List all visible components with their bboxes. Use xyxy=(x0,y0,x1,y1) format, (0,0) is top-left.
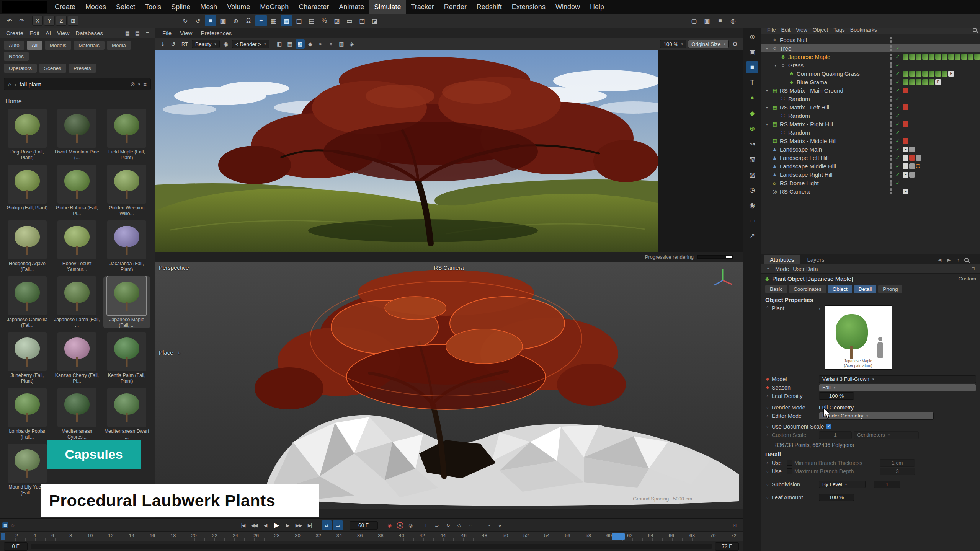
frame-selected-icon[interactable]: ▣ xyxy=(746,46,758,58)
compare-ab-icon[interactable]: ◧ xyxy=(275,39,284,49)
text-tool-icon[interactable]: T xyxy=(746,77,758,89)
enabled-check-icon[interactable]: ✓ xyxy=(894,180,901,186)
render-view-menu-item[interactable]: File xyxy=(159,28,175,38)
asset-thumbnail[interactable] xyxy=(57,220,96,259)
menu-item[interactable]: Modes xyxy=(80,0,111,14)
object-mode-icon[interactable]: ▣ xyxy=(217,15,229,26)
object-row[interactable]: ▾ ○ Tree ✓ xyxy=(761,44,980,52)
record-pla-button[interactable]: ≈ xyxy=(465,520,475,530)
enabled-check-icon[interactable]: ✓ xyxy=(894,155,901,161)
volume-icon[interactable]: ▧ xyxy=(746,153,758,165)
mirror-icon[interactable]: ◫ xyxy=(293,15,305,26)
grid-icon[interactable]: ▦ xyxy=(285,39,294,49)
leaf-amount-field[interactable]: 100 % xyxy=(819,494,854,501)
solo-button[interactable]: ◔ xyxy=(483,520,494,530)
tex-tag[interactable] xyxy=(922,79,928,85)
tex-tag[interactable] xyxy=(916,54,921,60)
attr-burger-icon[interactable]: ≡ xyxy=(765,266,771,272)
object-row[interactable]: ▲ Landscape Right Hill ✓ F xyxy=(761,170,980,179)
modeling-axis-icon[interactable]: ■ xyxy=(746,61,758,73)
asset-thumbnail[interactable] xyxy=(8,109,47,148)
menu-item[interactable]: Select xyxy=(111,0,140,14)
tex-tag[interactable] xyxy=(948,54,954,60)
playhead[interactable] xyxy=(612,533,625,540)
reset-simulation-icon[interactable]: ↺ xyxy=(192,15,204,26)
tex-tag[interactable] xyxy=(955,54,960,60)
model-mode-icon[interactable]: ■ xyxy=(205,15,216,26)
display-mode-icon[interactable]: ▭ xyxy=(746,214,758,227)
enabled-check-icon[interactable]: ✓ xyxy=(894,121,901,127)
object-row[interactable]: ◎ RS Camera F xyxy=(761,187,980,196)
asset-thumbnail[interactable] xyxy=(8,444,47,483)
keyframe-marker[interactable]: ◆ xyxy=(765,377,770,381)
attr-tab-chip[interactable]: Basic xyxy=(765,285,787,293)
paint-icon[interactable]: ▨ xyxy=(331,15,343,26)
enabled-check-icon[interactable]: ✓ xyxy=(894,79,901,85)
asset-filter-tab[interactable]: Media xyxy=(107,41,131,50)
viewport-view-menu[interactable]: Perspective xyxy=(159,264,189,271)
go-to-end-button[interactable]: ▶| xyxy=(305,520,315,530)
timeline-mode-icon[interactable]: ▦ xyxy=(2,522,8,528)
object-row[interactable]: ∷ Random ✓ xyxy=(761,128,980,137)
object-label[interactable]: Landscape Main xyxy=(780,146,822,153)
tex-tag[interactable] xyxy=(916,79,921,85)
asset-item[interactable]: Hedgehog Agave (Fall... xyxy=(4,220,51,272)
enabled-check-icon[interactable]: ✓ xyxy=(894,113,901,119)
redo-icon[interactable]: ↷ xyxy=(16,15,28,26)
red-tag[interactable] xyxy=(903,88,908,93)
chip-tag[interactable]: F xyxy=(903,163,908,169)
quantize-icon[interactable]: ▩ xyxy=(281,15,292,26)
plant-preview-thumbnail[interactable]: Japanese Maple (Acer palmatum) xyxy=(825,305,892,370)
visibility-dots[interactable] xyxy=(889,155,893,161)
attr-tab-chip[interactable]: Coordinates xyxy=(789,285,826,293)
panel-menu-icon[interactable]: ≡ xyxy=(143,29,152,37)
ring-tag[interactable] xyxy=(916,164,920,168)
rt-toggle[interactable]: RT xyxy=(179,41,190,47)
object-label[interactable]: Random xyxy=(788,96,810,102)
asset-item[interactable]: Mediterranean Cypres... xyxy=(54,388,100,440)
object-label[interactable]: Landscape Right Hill xyxy=(780,171,833,178)
expand-arrow-icon[interactable]: ▾ xyxy=(764,122,769,126)
dual-display-icon[interactable]: ▣ xyxy=(701,15,713,26)
visibility-dots[interactable] xyxy=(889,121,893,127)
asset-thumbnail[interactable] xyxy=(57,332,96,371)
perspective-viewport[interactable]: Perspective RS Camera Place + Ground Spa… xyxy=(155,262,743,509)
visibility-dots[interactable] xyxy=(889,45,893,51)
object-row[interactable]: ♣ Common Quaking Grass ✓ F xyxy=(761,69,980,78)
asset-thumbnail[interactable] xyxy=(8,332,47,371)
asset-thumbnail[interactable] xyxy=(107,332,146,371)
fields-icon[interactable]: ⊛ xyxy=(746,122,758,135)
history-forward-icon[interactable]: ▶ xyxy=(946,257,952,263)
spline-pen-icon[interactable]: ↝ xyxy=(746,138,758,150)
menu-item[interactable]: Tools xyxy=(140,0,166,14)
go-to-start-button[interactable]: |◀ xyxy=(238,520,248,530)
visibility-dots[interactable] xyxy=(889,87,893,93)
visibility-dots[interactable] xyxy=(889,79,893,85)
place-tool-label[interactable]: Place + xyxy=(159,349,180,356)
attr-tab-chip[interactable]: Detail xyxy=(854,285,877,293)
play-button[interactable]: ▶ xyxy=(271,520,282,530)
expand-arrow-icon[interactable]: ▾ xyxy=(773,63,778,67)
asset-thumbnail[interactable] xyxy=(57,165,96,204)
asset-thumbnail[interactable] xyxy=(8,220,47,259)
tex-tag[interactable] xyxy=(942,71,947,77)
asset-sub-tab[interactable]: Operators xyxy=(4,64,37,73)
team-render-icon[interactable]: ◪ xyxy=(369,15,381,26)
render-region-icon[interactable]: ◰ xyxy=(356,15,368,26)
record-scale-button[interactable]: ▱ xyxy=(432,520,442,530)
search-input[interactable]: fall plant xyxy=(20,81,41,88)
asset-menu-item[interactable]: AI xyxy=(42,30,54,36)
chip-tag[interactable]: F xyxy=(903,172,908,178)
axis-x-button[interactable]: X xyxy=(32,16,43,26)
menu-item[interactable]: Spline xyxy=(166,0,195,14)
tex-tag[interactable] xyxy=(929,54,934,60)
geo-tag[interactable] xyxy=(909,163,915,169)
previous-key-button[interactable]: ◀◀ xyxy=(249,520,260,530)
range-start-field[interactable]: 0 F xyxy=(4,542,28,551)
current-frame-field[interactable]: 60 F xyxy=(350,521,378,530)
history-icon[interactable]: ↺ xyxy=(168,39,178,49)
menu-item[interactable]: Animate xyxy=(334,0,369,14)
menu-item[interactable]: MoGraph xyxy=(255,0,294,14)
edit-pencil-icon[interactable]: ↗ xyxy=(746,230,758,242)
object-label[interactable]: Focus Null xyxy=(780,37,807,43)
